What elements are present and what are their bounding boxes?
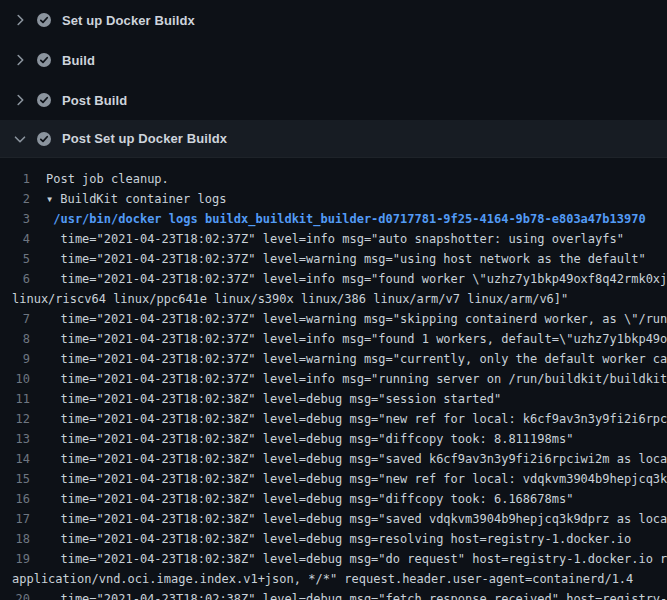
log-line: 16 time="2021-04-23T18:02:38Z" level=deb… bbox=[0, 489, 667, 509]
log-text: time="2021-04-23T18:02:38Z" level=debug … bbox=[46, 529, 631, 549]
chevron-right-icon bbox=[12, 92, 28, 108]
log-text: time="2021-04-23T18:02:38Z" level=debug … bbox=[46, 589, 667, 600]
step-label: Post Build bbox=[62, 93, 127, 108]
log-line: 6 time="2021-04-23T18:02:37Z" level=info… bbox=[0, 269, 667, 289]
log-text: time="2021-04-23T18:02:38Z" level=debug … bbox=[46, 449, 667, 469]
log-text: application/vnd.oci.image.index.v1+json,… bbox=[12, 569, 633, 589]
log-line-continuation: linux/riscv64 linux/ppc641e linux/s390x … bbox=[0, 289, 667, 309]
log-group-label: BuildKit container logs bbox=[60, 192, 226, 206]
line-number[interactable]: 13 bbox=[0, 429, 46, 449]
step-label: Post Set up Docker Buildx bbox=[62, 131, 227, 146]
line-number[interactable]: 4 bbox=[0, 229, 46, 249]
log-line[interactable]: 2▾BuildKit container logs bbox=[0, 189, 667, 209]
check-circle-icon bbox=[36, 92, 52, 108]
line-number[interactable]: 8 bbox=[0, 329, 46, 349]
caret-down-icon: ▾ bbox=[46, 192, 53, 206]
line-number[interactable]: 3 bbox=[0, 209, 46, 229]
step-label: Set up Docker Buildx bbox=[62, 13, 195, 28]
line-number[interactable]: 10 bbox=[0, 369, 46, 389]
log-line: 17 time="2021-04-23T18:02:38Z" level=deb… bbox=[0, 509, 667, 529]
log-line: 4 time="2021-04-23T18:02:37Z" level=info… bbox=[0, 229, 667, 249]
log-text: time="2021-04-23T18:02:37Z" level=warnin… bbox=[46, 249, 646, 269]
log-text: time="2021-04-23T18:02:38Z" level=debug … bbox=[46, 549, 667, 569]
step-label: Build bbox=[62, 53, 95, 68]
log-line: 20 time="2021-04-23T18:02:38Z" level=deb… bbox=[0, 589, 667, 600]
line-number[interactable]: 2 bbox=[0, 189, 46, 209]
chevron-right-icon bbox=[12, 52, 28, 68]
check-circle-icon bbox=[36, 52, 52, 68]
step-header[interactable]: Build bbox=[0, 40, 667, 80]
line-number[interactable]: 5 bbox=[0, 249, 46, 269]
line-number[interactable]: 12 bbox=[0, 409, 46, 429]
line-number[interactable]: 15 bbox=[0, 469, 46, 489]
log-text: time="2021-04-23T18:02:38Z" level=debug … bbox=[46, 469, 667, 489]
log-text: time="2021-04-23T18:02:38Z" level=debug … bbox=[46, 409, 667, 429]
log-line-continuation: application/vnd.oci.image.index.v1+json,… bbox=[0, 569, 667, 589]
log-text: time="2021-04-23T18:02:38Z" level=debug … bbox=[46, 429, 573, 449]
log-line: 1Post job cleanup. bbox=[0, 169, 667, 189]
log-line: 18 time="2021-04-23T18:02:38Z" level=deb… bbox=[0, 529, 667, 549]
line-number[interactable]: 20 bbox=[0, 589, 46, 600]
check-circle-icon bbox=[36, 12, 52, 28]
log-line: 9 time="2021-04-23T18:02:37Z" level=warn… bbox=[0, 349, 667, 369]
line-number[interactable]: 11 bbox=[0, 389, 46, 409]
line-number[interactable]: 17 bbox=[0, 509, 46, 529]
line-number[interactable]: 9 bbox=[0, 349, 46, 369]
log-line: 3 /usr/bin/docker logs buildx_buildkit_b… bbox=[0, 209, 667, 229]
line-number[interactable]: 1 bbox=[0, 169, 46, 189]
actions-log-viewer: Set up Docker BuildxBuildPost BuildPost … bbox=[0, 0, 667, 600]
log-line: 12 time="2021-04-23T18:02:38Z" level=deb… bbox=[0, 409, 667, 429]
log-line: 7 time="2021-04-23T18:02:37Z" level=warn… bbox=[0, 309, 667, 329]
log-text: time="2021-04-23T18:02:37Z" level=info m… bbox=[46, 269, 667, 289]
log-text: time="2021-04-23T18:02:38Z" level=debug … bbox=[46, 389, 501, 409]
log-text: Post job cleanup. bbox=[46, 169, 169, 189]
log-line: 14 time="2021-04-23T18:02:38Z" level=deb… bbox=[0, 449, 667, 469]
log-text: time="2021-04-23T18:02:37Z" level=info m… bbox=[46, 229, 624, 249]
log-text: time="2021-04-23T18:02:37Z" level=warnin… bbox=[46, 309, 667, 329]
log-text: time="2021-04-23T18:02:38Z" level=debug … bbox=[46, 489, 573, 509]
line-number[interactable]: 16 bbox=[0, 489, 46, 509]
log-line: 13 time="2021-04-23T18:02:38Z" level=deb… bbox=[0, 429, 667, 449]
line-number[interactable]: 7 bbox=[0, 309, 46, 329]
log-text: /usr/bin/docker logs buildx_buildkit_bui… bbox=[46, 209, 646, 229]
log-text: time="2021-04-23T18:02:37Z" level=info m… bbox=[46, 369, 667, 389]
log-line: 19 time="2021-04-23T18:02:38Z" level=deb… bbox=[0, 549, 667, 569]
log-text: time="2021-04-23T18:02:37Z" level=warnin… bbox=[46, 349, 667, 369]
chevron-down-icon bbox=[12, 131, 28, 147]
line-number[interactable]: 19 bbox=[0, 549, 46, 569]
check-circle-icon bbox=[36, 131, 52, 147]
line-number[interactable]: 18 bbox=[0, 529, 46, 549]
log-line: 10 time="2021-04-23T18:02:37Z" level=inf… bbox=[0, 369, 667, 389]
step-header[interactable]: Set up Docker Buildx bbox=[0, 0, 667, 40]
log-text: time="2021-04-23T18:02:37Z" level=info m… bbox=[46, 329, 667, 349]
log-line: 8 time="2021-04-23T18:02:37Z" level=info… bbox=[0, 329, 667, 349]
log-lines: 1Post job cleanup.2▾BuildKit container l… bbox=[0, 158, 667, 600]
step-header[interactable]: Post Build bbox=[0, 80, 667, 120]
log-line: 11 time="2021-04-23T18:02:38Z" level=deb… bbox=[0, 389, 667, 409]
log-text: linux/riscv64 linux/ppc641e linux/s390x … bbox=[12, 289, 568, 309]
steps-list: Set up Docker BuildxBuildPost BuildPost … bbox=[0, 0, 667, 158]
log-line: 5 time="2021-04-23T18:02:37Z" level=warn… bbox=[0, 249, 667, 269]
chevron-right-icon bbox=[12, 12, 28, 28]
line-number[interactable]: 14 bbox=[0, 449, 46, 469]
log-line: 15 time="2021-04-23T18:02:38Z" level=deb… bbox=[0, 469, 667, 489]
log-text: time="2021-04-23T18:02:38Z" level=debug … bbox=[46, 509, 667, 529]
line-number[interactable]: 6 bbox=[0, 269, 46, 289]
step-header[interactable]: Post Set up Docker Buildx bbox=[0, 120, 667, 158]
